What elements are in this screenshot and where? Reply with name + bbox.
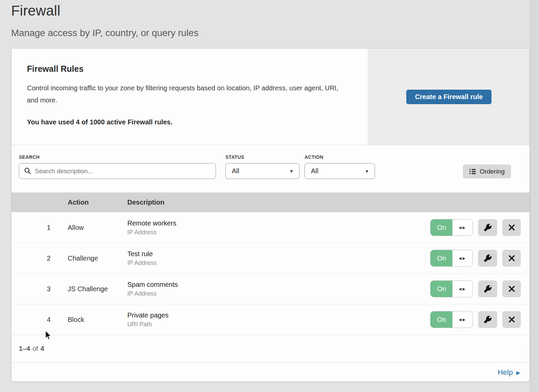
filters-bar: SEARCH STATUS All ▼ ACTION All ▼ [11, 145, 530, 192]
search-icon [24, 167, 31, 175]
rule-match-type: IP Address [127, 229, 430, 236]
delete-rule-button[interactable] [502, 219, 521, 236]
wrench-icon [484, 224, 492, 231]
rule-description: Test rule [127, 250, 430, 258]
pagination-of: of [32, 345, 38, 353]
close-icon [508, 224, 515, 231]
search-input[interactable] [19, 163, 216, 179]
toggle-on-state[interactable]: On [431, 281, 452, 297]
delete-rule-button[interactable] [502, 280, 521, 297]
pagination-range: 1–4 [19, 345, 30, 353]
status-dropdown-value: All [232, 167, 239, 175]
wrench-icon [484, 254, 492, 262]
toggle-arrows-icon[interactable]: ◀▶ [452, 311, 473, 328]
rule-priority: 1 [11, 224, 68, 232]
rule-match-type: IP Address [127, 290, 430, 297]
column-header-description: Description [127, 199, 530, 206]
rule-match-type: IP Address [127, 260, 430, 267]
status-dropdown[interactable]: All ▼ [225, 163, 299, 179]
mouse-cursor [45, 330, 53, 341]
help-arrow-icon: ▶ [516, 369, 520, 375]
toggle-on-state[interactable]: On [431, 250, 452, 266]
action-dropdown[interactable]: All ▼ [305, 163, 375, 179]
rule-description: Private pages [127, 311, 430, 319]
toggle-arrows-icon[interactable]: ◀▶ [452, 281, 473, 297]
rule-description-cell: Spam comments IP Address [127, 281, 430, 297]
toggle-arrows-icon[interactable]: ◀▶ [452, 219, 473, 236]
rule-description-cell: Test rule IP Address [127, 250, 430, 267]
panel-title: Firewall Rules [27, 64, 348, 74]
rule-controls: On ◀▶ [430, 250, 530, 267]
close-icon [508, 255, 515, 262]
status-label: STATUS [225, 154, 244, 160]
wrench-icon [484, 316, 492, 323]
help-row: Help ▶ [11, 362, 530, 382]
page-subtitle: Manage access by IP, country, or query r… [11, 28, 198, 38]
edit-rule-button[interactable] [478, 250, 497, 267]
toggle-on-state[interactable]: On [431, 311, 452, 328]
search-field-wrap [19, 163, 216, 179]
rule-priority: 3 [11, 285, 68, 293]
table-row: 3 JS Challenge Spam comments IP Address … [11, 273, 530, 304]
rule-controls: On ◀▶ [430, 311, 530, 328]
card-header-text: Firewall Rules Control incoming traffic … [11, 49, 368, 145]
rule-description-cell: Private pages URI Path [127, 311, 430, 328]
rule-description: Remote workers [127, 219, 430, 227]
rule-priority: 4 [11, 316, 68, 324]
firewall-rules-card: Firewall Rules Control incoming traffic … [11, 48, 530, 382]
panel-usage-count: You have used 4 of 1000 active Firewall … [27, 118, 348, 126]
ordering-button[interactable]: Ordering [463, 164, 511, 178]
edit-rule-button[interactable] [478, 311, 497, 328]
close-icon [508, 316, 515, 323]
ordering-button-label: Ordering [480, 168, 505, 175]
ordering-list-icon [469, 169, 476, 175]
scrollbar-gutter [530, 0, 539, 392]
panel-description: Control incoming traffic to your zone by… [27, 82, 347, 106]
pagination: 1–4 of 4 [11, 335, 530, 362]
action-dropdown-value: All [311, 167, 318, 175]
rule-action: Challenge [68, 254, 127, 262]
search-label: SEARCH [19, 154, 40, 160]
column-header-action: Action [68, 199, 127, 206]
rule-action: JS Challenge [68, 285, 127, 293]
rule-description: Spam comments [127, 281, 430, 289]
edit-rule-button[interactable] [478, 280, 497, 297]
rule-enabled-toggle[interactable]: On ◀▶ [430, 250, 473, 267]
table-header: Action Description [11, 192, 530, 212]
rule-enabled-toggle[interactable]: On ◀▶ [430, 311, 473, 328]
create-firewall-rule-button[interactable]: Create a Firewall rule [406, 90, 492, 104]
page-title: Firewall [11, 3, 198, 19]
close-icon [508, 285, 515, 292]
rule-match-type: URI Path [127, 321, 430, 328]
dropdown-arrow-icon: ▼ [289, 169, 294, 174]
toggle-arrows-icon[interactable]: ◀▶ [452, 250, 473, 266]
delete-rule-button[interactable] [502, 250, 521, 267]
wrench-icon [484, 285, 492, 293]
delete-rule-button[interactable] [502, 311, 521, 328]
toggle-on-state[interactable]: On [431, 219, 452, 236]
dropdown-arrow-icon: ▼ [364, 169, 369, 174]
help-link-label: Help [498, 368, 513, 377]
rule-description-cell: Remote workers IP Address [127, 219, 430, 236]
help-link[interactable]: Help ▶ [498, 368, 520, 377]
page-header: Firewall Manage access by IP, country, o… [11, 3, 198, 38]
rule-priority: 2 [11, 254, 68, 262]
card-header-action-panel: Create a Firewall rule [368, 49, 530, 145]
rule-action: Block [68, 316, 127, 324]
action-label: ACTION [305, 154, 323, 160]
rule-controls: On ◀▶ [430, 219, 530, 236]
edit-rule-button[interactable] [478, 219, 497, 236]
pagination-total: 4 [40, 345, 44, 353]
card-header: Firewall Rules Control incoming traffic … [11, 49, 530, 145]
rule-action: Allow [68, 224, 127, 232]
rule-enabled-toggle[interactable]: On ◀▶ [430, 280, 473, 297]
rule-enabled-toggle[interactable]: On ◀▶ [430, 219, 473, 236]
rule-controls: On ◀▶ [430, 280, 530, 297]
table-row: 2 Challenge Test rule IP Address On ◀▶ [11, 243, 530, 273]
table-row: 4 Block Private pages URI Path On ◀▶ [11, 304, 530, 335]
table-row: 1 Allow Remote workers IP Address On ◀▶ [11, 212, 530, 243]
